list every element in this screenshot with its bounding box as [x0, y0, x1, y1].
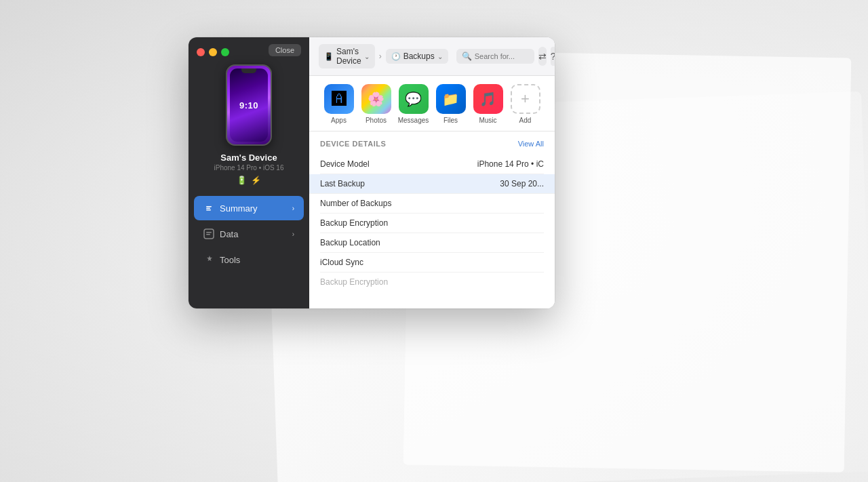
- refresh-button[interactable]: ⇄: [538, 47, 547, 66]
- nav-list: Summary › Data ›: [189, 196, 309, 273]
- detail-key-backup-encryption: Backup Encryption: [320, 218, 544, 228]
- messages-icon: 💬: [399, 84, 429, 114]
- detail-row-backup-location: Backup Location: [320, 233, 544, 253]
- maximize-traffic-light[interactable]: [221, 48, 229, 56]
- breadcrumb-device-label: Sam's Device: [336, 47, 361, 66]
- close-traffic-light[interactable]: [197, 48, 205, 56]
- device-status-icons: 🔋 ⚡: [237, 176, 261, 185]
- detail-row-backup-encryption-2: Backup Encryption: [320, 273, 544, 292]
- apps-label: Apps: [331, 117, 347, 124]
- help-icon: ?: [551, 51, 555, 62]
- device-details-section: DEVICE DETAILS View All Device Model iPh…: [309, 132, 555, 308]
- photos-icon: 🌸: [361, 84, 391, 114]
- help-button[interactable]: ?: [551, 47, 555, 66]
- apps-icon: 🅰: [324, 84, 354, 114]
- detail-key-backup-encryption-2: Backup Encryption: [320, 277, 544, 287]
- add-label: Add: [519, 117, 532, 124]
- backups-breadcrumb-icon: 🕐: [391, 52, 401, 61]
- content-pane: 📱 Sam's Device ⌄ › 🕐 Backups ⌄ 🔍 ⇄: [309, 37, 555, 308]
- files-label: Files: [443, 117, 458, 124]
- svg-rect-5: [206, 232, 212, 233]
- music-icon: 🎵: [473, 84, 503, 114]
- photos-label: Photos: [366, 117, 387, 124]
- detail-key-backup-location: Backup Location: [320, 238, 544, 247]
- detail-value-device-model: iPhone 14 Pro • iC: [477, 159, 544, 169]
- data-icon: [203, 228, 214, 239]
- details-section-title: DEVICE DETAILS: [320, 140, 386, 148]
- apps-icon-item[interactable]: 🅰 Apps: [320, 84, 357, 124]
- messages-label: Messages: [398, 117, 429, 124]
- search-input[interactable]: [475, 52, 529, 60]
- detail-key-device-model: Device Model: [320, 159, 477, 169]
- summary-chevron-icon: ›: [292, 205, 294, 212]
- detail-key-last-backup: Last Backup: [320, 179, 500, 188]
- detail-value-last-backup: 30 Sep 20...: [500, 179, 544, 188]
- battery-icon: 🔋: [237, 176, 247, 185]
- sidebar-summary-label: Summary: [220, 203, 292, 214]
- icon-strip: 🅰 Apps 🌸 Photos 💬 Messages 📁: [309, 76, 555, 132]
- breadcrumb-backups-chevron: ⌄: [437, 53, 443, 60]
- files-icon-item[interactable]: 📁 Files: [432, 84, 469, 124]
- sidebar-item-data[interactable]: Data ›: [194, 222, 304, 246]
- device-time: 9:10: [239, 100, 258, 111]
- summary-icon: [203, 203, 214, 214]
- music-icon-item[interactable]: 🎵 Music: [469, 84, 507, 124]
- sidebar-data-label: Data: [220, 229, 292, 239]
- device-breadcrumb-icon: 📱: [324, 52, 334, 61]
- detail-row-last-backup: Last Backup 30 Sep 20...: [309, 174, 555, 194]
- breadcrumb-device-chevron: ⌄: [364, 53, 370, 60]
- files-icon: 📁: [436, 84, 466, 114]
- svg-rect-2: [206, 208, 210, 209]
- breadcrumb-backups-label: Backups: [403, 52, 435, 61]
- breadcrumb-device[interactable]: 📱 Sam's Device ⌄: [319, 44, 375, 68]
- add-icon: +: [511, 84, 540, 114]
- minimize-traffic-light[interactable]: [209, 48, 217, 56]
- detail-row-backup-encryption: Backup Encryption: [320, 214, 544, 233]
- toolbar: 📱 Sam's Device ⌄ › 🕐 Backups ⌄ 🔍 ⇄: [309, 37, 555, 76]
- sidebar-item-summary[interactable]: Summary ›: [194, 196, 304, 220]
- messages-icon-item[interactable]: 💬 Messages: [395, 84, 432, 124]
- device-name: Sam's Device: [220, 153, 277, 163]
- sidebar: Close 9:10 Sam's Device iPhone 14 Pro • …: [189, 37, 309, 308]
- detail-key-num-backups: Number of Backups: [320, 199, 544, 208]
- view-all-button[interactable]: View All: [518, 140, 544, 148]
- detail-key-icloud-sync: iCloud Sync: [320, 258, 544, 267]
- svg-rect-3: [206, 209, 211, 211]
- search-icon: 🔍: [462, 52, 472, 61]
- detail-row-num-backups: Number of Backups: [320, 194, 544, 214]
- device-info: iPhone 14 Pro • iOS 16: [214, 164, 283, 172]
- search-box[interactable]: 🔍: [456, 49, 534, 64]
- traffic-lights: [197, 48, 229, 56]
- breadcrumb-backups[interactable]: 🕐 Backups ⌄: [386, 49, 448, 64]
- device-screen: 9:10: [230, 68, 268, 142]
- svg-rect-1: [206, 206, 212, 207]
- tools-icon: [203, 254, 214, 265]
- device-notch: [241, 68, 256, 73]
- sidebar-tools-label: Tools: [220, 255, 294, 265]
- photos-icon-item[interactable]: 🌸 Photos: [357, 84, 395, 124]
- add-icon-item[interactable]: + Add: [507, 84, 544, 124]
- data-chevron-icon: ›: [292, 230, 294, 238]
- music-label: Music: [479, 117, 496, 124]
- refresh-icon: ⇄: [538, 51, 547, 62]
- device-image: 9:10: [226, 64, 272, 146]
- close-button[interactable]: Close: [269, 44, 301, 56]
- main-window: Close 9:10 Sam's Device iPhone 14 Pro • …: [189, 37, 555, 308]
- breadcrumb-separator: ›: [379, 52, 382, 61]
- svg-rect-6: [206, 234, 210, 235]
- details-header: DEVICE DETAILS View All: [320, 140, 544, 148]
- sidebar-item-tools[interactable]: Tools: [194, 247, 304, 272]
- lightning-icon: ⚡: [251, 176, 261, 185]
- detail-row-icloud-sync: iCloud Sync: [320, 253, 544, 273]
- detail-row-device-model: Device Model iPhone 14 Pro • iC: [320, 155, 544, 174]
